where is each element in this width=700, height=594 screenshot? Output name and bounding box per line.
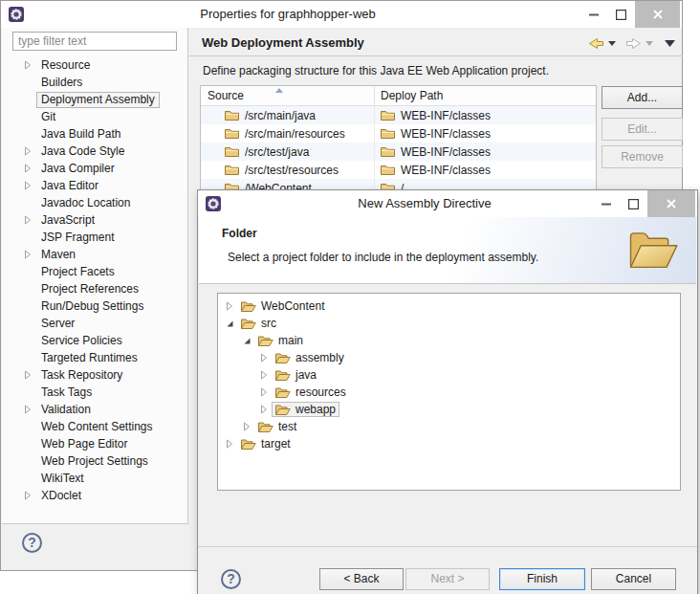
sidebar-item-targeted-runtimes[interactable]: Targeted Runtimes: [2, 349, 186, 366]
expand-arrow-icon[interactable]: [243, 422, 254, 431]
view-menu-icon[interactable]: [665, 40, 675, 47]
expand-arrow-icon[interactable]: [24, 250, 36, 259]
sidebar-item-run-debug-settings[interactable]: Run/Debug Settings: [2, 297, 186, 315]
dialog-minimize-button[interactable]: [592, 190, 620, 217]
sidebar-item-task-tags[interactable]: Task Tags: [2, 384, 186, 401]
collapse-arrow-icon[interactable]: [226, 319, 237, 328]
expand-arrow-icon[interactable]: [24, 215, 36, 225]
sidebar-item-java-code-style[interactable]: Java Code Style: [2, 143, 186, 160]
expand-arrow-icon[interactable]: [24, 387, 36, 397]
expand-arrow-icon[interactable]: [24, 405, 36, 414]
dialog-titlebar[interactable]: New Assembly Directive: [198, 190, 697, 217]
expand-arrow-icon[interactable]: [24, 164, 36, 173]
expand-arrow-icon[interactable]: [24, 491, 36, 500]
maximize-button[interactable]: [607, 1, 635, 28]
expand-arrow-icon[interactable]: [226, 301, 237, 311]
sidebar-item-server[interactable]: Server: [2, 315, 186, 332]
dialog-maximize-button[interactable]: [620, 190, 647, 217]
filter-input[interactable]: [12, 32, 177, 51]
tree-item-webcontent[interactable]: WebContent: [218, 297, 680, 315]
back-history-dropdown-icon[interactable]: [608, 41, 616, 46]
properties-titlebar[interactable]: Properties for graphhopper-web: [1, 1, 682, 28]
minimize-button[interactable]: [580, 1, 607, 28]
tree-item-assembly[interactable]: assembly: [218, 349, 680, 366]
column-header-source[interactable]: Source: [201, 86, 375, 105]
expand-arrow-icon[interactable]: [260, 405, 272, 414]
expand-arrow-icon[interactable]: [24, 112, 36, 121]
expand-arrow-icon[interactable]: [24, 353, 36, 363]
dialog-close-button[interactable]: [647, 190, 695, 217]
sidebar-item-project-references[interactable]: Project References: [2, 280, 186, 297]
sidebar-item-java-compiler[interactable]: Java Compiler: [2, 160, 186, 177]
sidebar-item-java-build-path[interactable]: Java Build Path: [2, 125, 186, 143]
expand-arrow-icon[interactable]: [24, 422, 36, 431]
expand-arrow-icon[interactable]: [24, 95, 36, 104]
sidebar-item-task-repository[interactable]: Task Repository: [2, 366, 186, 384]
close-button[interactable]: [635, 1, 680, 28]
expand-arrow-icon[interactable]: [24, 129, 36, 139]
expand-arrow-icon[interactable]: [24, 146, 36, 156]
tree-item-src[interactable]: src: [218, 315, 680, 332]
tree-item-webapp[interactable]: webapp: [218, 401, 680, 418]
expand-arrow-icon[interactable]: [24, 473, 36, 483]
expand-arrow-icon[interactable]: [24, 301, 36, 311]
expand-arrow-icon[interactable]: [24, 370, 36, 380]
sidebar-item-project-facets[interactable]: Project Facets: [2, 263, 186, 280]
sidebar-item-deployment-assembly[interactable]: Deployment Assembly: [2, 91, 186, 108]
sidebar-item-web-project-settings[interactable]: Web Project Settings: [2, 452, 186, 470]
expand-arrow-icon[interactable]: [24, 336, 36, 345]
sidebar-item-web-page-editor[interactable]: Web Page Editor: [2, 435, 186, 452]
dialog-help-button[interactable]: [221, 569, 241, 589]
expand-arrow-icon[interactable]: [24, 319, 36, 328]
next-button[interactable]: Next >: [405, 568, 490, 590]
column-header-deploy-path[interactable]: Deploy Path: [375, 86, 596, 105]
sidebar-item-builders[interactable]: Builders: [2, 74, 186, 91]
sidebar-item-wikitext[interactable]: WikiText: [2, 470, 186, 487]
tree-item-main[interactable]: main: [218, 332, 680, 349]
sidebar-item-javadoc-location[interactable]: Javadoc Location: [2, 194, 186, 211]
expand-arrow-icon[interactable]: [24, 267, 36, 276]
add-button[interactable]: Add...: [602, 86, 683, 109]
sidebar-item-javascript[interactable]: JavaScript: [2, 211, 186, 229]
table-row[interactable]: /src/main/resources WEB-INF/classes: [201, 124, 596, 143]
sidebar-item-service-policies[interactable]: Service Policies: [2, 332, 186, 349]
expand-arrow-icon[interactable]: [24, 181, 36, 190]
expand-arrow-icon[interactable]: [24, 198, 36, 208]
tree-item-java[interactable]: java: [218, 366, 680, 384]
sidebar-item-git[interactable]: Git: [2, 108, 186, 125]
back-button[interactable]: < Back: [319, 568, 404, 590]
window-title: Properties for graphhopper-web: [1, 1, 575, 28]
expand-arrow-icon[interactable]: [24, 284, 36, 294]
back-arrow-icon[interactable]: [588, 37, 604, 50]
cancel-button[interactable]: Cancel: [591, 568, 676, 590]
expand-arrow-icon[interactable]: [24, 439, 36, 449]
expand-arrow-icon[interactable]: [226, 439, 237, 449]
expand-arrow-icon[interactable]: [260, 370, 272, 380]
table-row[interactable]: /src/main/java WEB-INF/classes: [201, 106, 596, 124]
collapse-arrow-icon[interactable]: [243, 336, 254, 345]
sidebar-item-web-content-settings[interactable]: Web Content Settings: [2, 418, 186, 435]
sidebar-item-jsp-fragment[interactable]: JSP Fragment: [2, 229, 186, 246]
sidebar-item-xdoclet[interactable]: XDoclet: [2, 487, 186, 504]
forward-arrow-icon[interactable]: [625, 37, 642, 50]
table-row[interactable]: /src/test/resources WEB-INF/classes: [201, 161, 596, 179]
expand-arrow-icon[interactable]: [24, 456, 36, 466]
expand-arrow-icon[interactable]: [260, 387, 272, 397]
expand-arrow-icon[interactable]: [24, 232, 36, 242]
table-row[interactable]: /src/test/java WEB-INF/classes: [201, 143, 596, 161]
tree-item-target[interactable]: target: [218, 435, 680, 452]
expand-arrow-icon[interactable]: [260, 353, 272, 363]
tree-item-resources[interactable]: resources: [218, 384, 680, 401]
tree-item-test[interactable]: test: [218, 418, 680, 435]
expand-arrow-icon[interactable]: [24, 60, 36, 70]
sidebar-item-resource[interactable]: Resource: [2, 56, 186, 74]
edit-button[interactable]: Edit...: [602, 118, 683, 141]
sidebar-item-validation[interactable]: Validation: [2, 401, 186, 418]
sidebar-item-maven[interactable]: Maven: [2, 246, 186, 263]
sidebar-item-java-editor[interactable]: Java Editor: [2, 177, 186, 194]
expand-arrow-icon[interactable]: [24, 77, 36, 87]
help-button[interactable]: [22, 533, 42, 553]
finish-button[interactable]: Finish: [499, 568, 585, 590]
forward-history-dropdown-icon[interactable]: [645, 41, 653, 46]
remove-button[interactable]: Remove: [602, 145, 683, 168]
